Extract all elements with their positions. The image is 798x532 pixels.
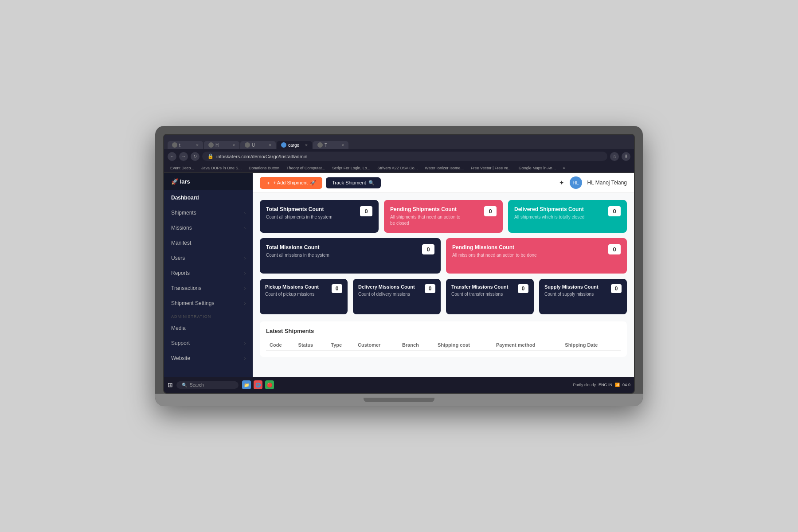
supply-missions-desc: Count of supply missions (544, 291, 598, 297)
sidebar-item-support[interactable]: Support › (164, 336, 253, 351)
bookmarks-more[interactable]: » (560, 165, 567, 171)
taskbar-app-browser[interactable]: 🌐 (254, 380, 262, 389)
reload-button[interactable]: ↻ (191, 152, 200, 161)
avatar: HL (570, 176, 582, 189)
taskbar-app-files[interactable]: 📁 (242, 380, 251, 389)
total-shipments-text: Total Shipments Count Count all shipment… (266, 206, 332, 220)
sidebar-item-website[interactable]: Website › (164, 351, 253, 366)
taskbar-app-chrome[interactable]: 🔴 (265, 380, 274, 389)
total-shipments-desc: Count all shipments in the system (266, 214, 332, 220)
sidebar-item-transactions[interactable]: Transactions › (164, 281, 253, 296)
browser-tab[interactable]: cargo× (277, 141, 312, 149)
supply-missions-text: Supply Missions Count Count of supply mi… (544, 284, 598, 297)
browser-tab[interactable]: T× (313, 141, 348, 149)
shipments-table: Code Status Type Customer Branch Shippin… (266, 340, 621, 351)
bookmark-button[interactable]: ☆ (610, 152, 619, 161)
bookmark-item[interactable]: Script For Login, Lo... (329, 165, 373, 171)
sidebar-item-missions[interactable]: Missions › (164, 220, 253, 235)
chevron-icon: › (244, 211, 246, 215)
transfer-missions-desc: Count of transfer missions (451, 291, 508, 297)
forward-button[interactable]: → (179, 152, 188, 161)
sidebar-missions-label: Missions (171, 225, 192, 231)
sidebar: 🚀 lars Dashboard Shipments › Missions › … (164, 173, 253, 377)
chevron-icon: › (244, 286, 246, 291)
pending-missions-text: Pending Missions Count All missions that… (452, 244, 537, 258)
bookmark-item[interactable]: Theory of Computat... (284, 165, 328, 171)
pending-missions-desc: All missions that need an action to be d… (452, 252, 537, 258)
sidebar-item-manifest[interactable]: Manifest (164, 235, 253, 250)
browser-tab[interactable]: U× (240, 141, 276, 149)
pending-shipments-desc: All shipments that need an action to be … (390, 214, 461, 227)
add-shipment-button[interactable]: ＋ + Add Shipment 🚀 (260, 177, 322, 189)
chevron-icon: › (244, 301, 246, 306)
sidebar-item-users[interactable]: Users › (164, 250, 253, 266)
taskbar-search[interactable]: 🔍 Search (176, 381, 239, 389)
bookmark-item[interactable]: Event Deco... (168, 165, 197, 171)
back-button[interactable]: ← (168, 152, 176, 161)
sub-missions-row: Pickup Missions Count Count of pickup mi… (260, 279, 627, 314)
col-payment-method: Payment method (493, 340, 561, 351)
sidebar-item-reports[interactable]: Reports › (164, 266, 253, 281)
sidebar-item-shipment-settings[interactable]: Shipment Settings › (164, 296, 253, 311)
total-missions-title: Total Missions Count (266, 244, 329, 250)
col-branch: Branch (399, 340, 434, 351)
bookmark-item[interactable]: Water Ionizer Isome... (422, 165, 466, 171)
bookmark-item[interactable]: Google Maps in An... (516, 165, 559, 171)
sidebar-reports-label: Reports (171, 270, 190, 276)
sidebar-transactions-label: Transactions (171, 285, 201, 291)
sidebar-item-shipments[interactable]: Shipments › (164, 205, 253, 220)
plus-icon: ＋ (266, 180, 271, 186)
pickup-missions-badge: 0 (332, 284, 342, 293)
download-button[interactable]: ⬇ (622, 152, 630, 161)
track-shipment-label: Track Shipment (332, 180, 366, 185)
col-type: Type (327, 340, 354, 351)
main-content: Total Shipments Count Count all shipment… (253, 193, 634, 377)
browser-tab[interactable]: H× (204, 141, 239, 149)
total-missions-badge: 0 (422, 244, 434, 254)
browser-tab[interactable]: t× (168, 141, 203, 149)
bookmark-item[interactable]: Strivers A2Z DSA Co... (375, 165, 420, 171)
chevron-icon: › (244, 341, 246, 346)
chevron-icon: › (244, 256, 246, 261)
notification-icon[interactable]: ✦ (559, 179, 564, 186)
sidebar-item-dashboard[interactable]: Dashboard (164, 190, 253, 205)
col-shipping-cost: Shipping cost (434, 340, 493, 351)
bookmark-item[interactable]: Free Vector | Free ve... (468, 165, 514, 171)
sidebar-support-label: Support (171, 340, 190, 346)
pending-shipments-text: Pending Shipments Count All shipments th… (390, 206, 461, 227)
laptop-base (155, 394, 643, 406)
track-shipment-button[interactable]: Track Shipment 🔍 (326, 177, 381, 188)
sidebar-dashboard-label: Dashboard (171, 195, 199, 201)
pending-missions-badge: 0 (608, 244, 621, 254)
transfer-missions-title: Transfer Missions Count (451, 284, 508, 289)
delivered-shipments-title: Delivered Shipments Count (514, 206, 584, 212)
pickup-missions-text: Pickup Missions Count Count of pickup mi… (265, 284, 319, 297)
sidebar-shipments-label: Shipments (171, 210, 196, 216)
supply-missions-card: Supply Missions Count Count of supply mi… (539, 279, 627, 314)
laptop-screen: t×H×U×cargo×T× ← → ↻ 🔒 infoskaters.com/d… (163, 134, 635, 394)
url-text: infoskaters.com/demo/Cargo/Install/admin (216, 154, 307, 159)
taskbar-left: ⊞ 🔍 Search 📁 🌐 🔴 (168, 380, 274, 389)
sidebar-settings-label: Shipment Settings (171, 300, 214, 306)
delivered-shipments-desc: All shipments which is totally closed (514, 214, 584, 220)
sidebar-manifest-label: Manifest (171, 240, 191, 246)
bookmark-item[interactable]: Donations Button (246, 165, 282, 171)
pickup-missions-title: Pickup Missions Count (265, 284, 319, 289)
bookmark-item[interactable]: Java OOPs in One S... (199, 165, 244, 171)
pickup-missions-desc: Count of pickup missions (265, 291, 319, 297)
logo-icon: 🚀 (171, 178, 178, 185)
pending-missions-title: Pending Missions Count (452, 244, 537, 250)
topbar-left: ＋ + Add Shipment 🚀 Track Shipment 🔍 (260, 177, 381, 189)
topbar: ＋ + Add Shipment 🚀 Track Shipment 🔍 ✦ HL… (253, 173, 634, 193)
pending-shipments-badge: 0 (484, 206, 497, 216)
pickup-missions-card: Pickup Missions Count Count of pickup mi… (260, 279, 348, 314)
address-bar[interactable]: 🔒 infoskaters.com/demo/Cargo/Install/adm… (202, 152, 607, 161)
windows-icon[interactable]: ⊞ (168, 381, 173, 388)
delivery-missions-title: Delivery Missions Count (358, 284, 415, 289)
search-icon: 🔍 (182, 383, 187, 387)
lock-icon: 🔒 (207, 153, 214, 159)
wifi-icon: 📶 (615, 383, 620, 387)
sidebar-item-media[interactable]: Media (164, 321, 253, 336)
app-container: 🚀 lars Dashboard Shipments › Missions › … (164, 173, 634, 377)
delivery-missions-desc: Count of delivery missions (358, 291, 415, 297)
